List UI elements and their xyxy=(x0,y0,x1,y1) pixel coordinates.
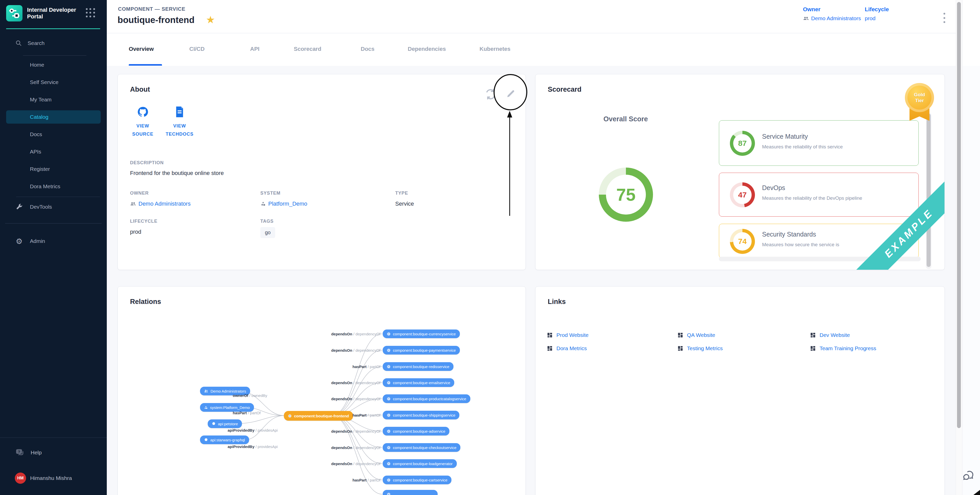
description-label: DESCRIPTION xyxy=(130,160,164,166)
graph-node-component:boutique-checkoutservice[interactable]: component:boutique-checkoutservice xyxy=(383,443,460,452)
dashboard-icon xyxy=(810,332,816,338)
owner-link[interactable]: Demo Administrators xyxy=(803,15,861,21)
sidebar-item-admin[interactable]: ⚙ Admin xyxy=(6,234,101,248)
graph-node-component:boutique-redisservice[interactable]: component:boutique-redisservice xyxy=(383,362,453,371)
sidebar-item-catalog[interactable]: Catalog xyxy=(6,110,101,124)
metric-name: Service Maturity xyxy=(762,133,808,140)
sidebar-accent-rule xyxy=(6,29,100,29)
system-field-value[interactable]: Platform_Demo xyxy=(260,201,307,207)
graph-node-component:boutique-adservice[interactable]: component:boutique-adservice xyxy=(383,427,449,436)
graph-node-system:Platform_Demo[interactable]: system:Platform_Demo xyxy=(200,403,254,412)
tags-field-label: TAGS xyxy=(260,219,274,224)
tab-api[interactable]: API xyxy=(250,46,259,53)
sidebar-item-docs[interactable]: Docs xyxy=(6,128,101,141)
svg-text:?: ? xyxy=(18,450,20,454)
dashboard-icon xyxy=(677,332,683,338)
page-title: boutique-frontend xyxy=(118,15,194,25)
metric-name: Security Standards xyxy=(762,231,816,238)
metric-gauge: 74 xyxy=(730,229,755,254)
metric-score: 47 xyxy=(730,182,755,207)
graph-node-api:petstore[interactable]: api:petstore xyxy=(208,419,242,428)
graph-node-partial[interactable] xyxy=(383,490,438,495)
links-card: Links Prod WebsiteQA WebsiteDev WebsiteD… xyxy=(535,286,945,495)
link-prod-website[interactable]: Prod Website xyxy=(547,332,589,338)
tag-chip[interactable]: go xyxy=(260,227,275,238)
metric-description: Measures the reliability of this service xyxy=(762,144,843,150)
overall-score-label: Overall Score xyxy=(594,115,658,123)
gear-icon: ⚙ xyxy=(15,237,24,246)
help-button[interactable]: ? Help xyxy=(15,447,41,458)
metric-name: DevOps xyxy=(762,184,785,191)
techdocs-icon xyxy=(162,102,197,118)
metric-card-service-maturity[interactable]: 87Service MaturityMeasures the reliabili… xyxy=(719,120,919,166)
sidebar-item-dora-metrics[interactable]: Dora Metrics xyxy=(6,180,101,193)
sidebar-item-apis[interactable]: APIs xyxy=(6,145,101,158)
edge-label: dependsOn / dependencyOf xyxy=(331,462,380,466)
user-menu[interactable]: HM Himanshu Mishra xyxy=(15,473,72,484)
nav-divider-1 xyxy=(16,197,100,197)
app-logo[interactable]: Internal Developer Portal xyxy=(6,5,81,21)
component-chip-icon xyxy=(387,381,391,385)
more-options-button[interactable] xyxy=(941,13,947,23)
wrench-icon xyxy=(15,203,24,210)
dashboard-icon xyxy=(547,345,553,352)
tab-overview[interactable]: Overview xyxy=(129,46,154,53)
apps-grid-icon[interactable] xyxy=(86,8,95,18)
sidebar-item-devtools[interactable]: DevTools xyxy=(6,200,101,213)
component-chip-icon xyxy=(387,413,391,417)
graph-node-component:boutique-emailservice[interactable]: component:boutique-emailservice xyxy=(383,378,454,387)
graph-node-center[interactable]: component:boutique-frontend xyxy=(284,411,353,421)
type-field-label: TYPE xyxy=(395,191,408,196)
graph-node-component:boutique-shippingservice[interactable]: component:boutique-shippingservice xyxy=(383,411,459,419)
links-title: Links xyxy=(548,298,566,306)
link-qa-website[interactable]: QA Website xyxy=(677,332,715,338)
view-source-button[interactable]: VIEW SOURCE xyxy=(125,102,161,138)
tab-ci-cd[interactable]: CI/CD xyxy=(189,46,205,53)
badge-label: Gold Tier xyxy=(905,83,934,112)
tab-kubernetes[interactable]: Kubernetes xyxy=(479,46,511,53)
sidebar: Internal Developer Portal Search HomeSel… xyxy=(0,0,107,495)
component-chip-icon xyxy=(387,492,391,495)
favorite-star-icon[interactable]: ★ xyxy=(206,14,215,25)
right-rail xyxy=(963,0,980,495)
sidebar-search[interactable]: Search xyxy=(15,40,45,46)
graph-node-component:boutique-cartservice[interactable]: component:boutique-cartservice xyxy=(383,476,452,484)
page-scrollbar-thumb[interactable] xyxy=(957,2,961,428)
overall-score-value: 75 xyxy=(599,167,653,222)
graph-node-component:boutique-currencyservice[interactable]: component:boutique-currencyservice xyxy=(383,329,460,338)
breadcrumb: COMPONENT — SERVICE xyxy=(118,6,186,12)
metrics-scrollbar-thumb[interactable] xyxy=(927,114,931,267)
overall-score-gauge: 75 xyxy=(599,167,653,222)
relations-graph[interactable]: Demo AdministratorsownerOf / ownedBysyst… xyxy=(118,286,525,495)
relations-card: Relations Demo AdministratorsownerOf / o… xyxy=(118,286,526,495)
page-header: COMPONENT — SERVICE boutique-frontend ★ … xyxy=(107,0,956,33)
metric-score: 87 xyxy=(730,131,755,156)
sidebar-item-home[interactable]: Home xyxy=(6,58,101,72)
link-team-training-progress[interactable]: Team Training Progress xyxy=(810,345,876,352)
metric-card-devops[interactable]: 47DevOpsMeasures the reliability of the … xyxy=(719,173,919,216)
graph-node-component:boutique-productcatalogservice[interactable]: component:boutique-productcatalogservice xyxy=(383,395,470,403)
edge-label: hasPart / partOf xyxy=(353,413,380,417)
sidebar-item-my-team[interactable]: My Team xyxy=(6,93,101,106)
sidebar-item-register[interactable]: Register xyxy=(6,162,101,176)
dashboard-icon xyxy=(547,332,553,338)
admin-label: Admin xyxy=(30,238,45,244)
link-testing-metrics[interactable]: Testing Metrics xyxy=(677,345,723,352)
graph-node-component:boutique-paymentservice[interactable]: component:boutique-paymentservice xyxy=(383,346,460,355)
link-dora-metrics[interactable]: Dora Metrics xyxy=(547,345,587,352)
link-dev-website[interactable]: Dev Website xyxy=(810,332,850,338)
view-techdocs-button[interactable]: VIEW TECHDOCS xyxy=(162,102,197,138)
tab-docs[interactable]: Docs xyxy=(361,46,374,53)
owner-field-value[interactable]: Demo Administrators xyxy=(130,201,191,207)
help-chat-icon: ? xyxy=(15,447,25,458)
app-title: Internal Developer Portal xyxy=(27,6,81,20)
component-chip-icon xyxy=(387,462,391,466)
edit-pencil-icon[interactable] xyxy=(506,89,516,100)
refresh-icon[interactable] xyxy=(485,89,496,101)
graph-node-api:starwars-graphql[interactable]: api:starwars-graphql xyxy=(200,436,249,444)
tab-scorecard[interactable]: Scorecard xyxy=(294,46,321,53)
tab-dependencies[interactable]: Dependencies xyxy=(408,46,446,53)
sidebar-item-self-service[interactable]: Self Service xyxy=(6,76,101,89)
graph-node-component:boutique-loadgenerator[interactable]: component:boutique-loadgenerator xyxy=(383,459,457,468)
chat-bubbles-icon[interactable] xyxy=(962,469,975,483)
